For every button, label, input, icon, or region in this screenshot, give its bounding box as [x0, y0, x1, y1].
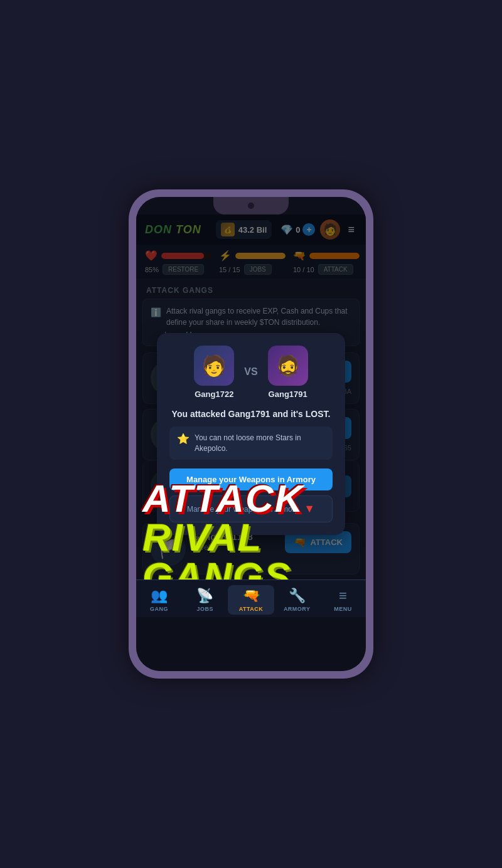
armory-nav-label: ARMORY — [284, 606, 311, 612]
star-text: You can not loose more Stars in Akepolco… — [195, 433, 325, 454]
gang-nav-icon: 👥 — [151, 588, 168, 604]
star-icon: ⭐ — [177, 433, 190, 445]
jobs-nav-icon: 📡 — [196, 588, 213, 604]
battle-avatar-1: 🧑 — [194, 346, 234, 386]
modal-secondary-button[interactable]: Manage your Weapons in Armory. ▼ — [169, 495, 333, 522]
gang-nav-label: GANG — [150, 606, 168, 612]
attack-nav-icon: 🔫 — [243, 588, 260, 604]
vs-text: VS — [244, 366, 257, 378]
phone-frame: DON TON 💰 43.2 Bil 💎 0 + 🧑 ≡ ❤️ — [129, 189, 373, 679]
nav-attack[interactable]: 🔫 ATTACK — [228, 585, 274, 615]
attack-nav-label: ATTACK — [239, 606, 264, 612]
battle-gang-name-1: Gang1722 — [195, 389, 233, 399]
battle-avatar-2: 🧔 — [268, 346, 308, 386]
star-notice: ⭐ You can not loose more Stars in Akepol… — [169, 426, 333, 460]
battle-result: You attacked Gang1791 and it's LOST. — [169, 409, 333, 419]
armory-nav-icon: 🔧 — [289, 588, 306, 604]
bottom-nav: 👥 GANG 📡 JOBS 🔫 ATTACK 🔧 ARMORY ≡ MENU — [136, 580, 366, 617]
nav-jobs[interactable]: 📡 JOBS — [182, 585, 228, 615]
battle-modal: 🧑 Gang1722 VS 🧔 Gang1791 You attacked Ga… — [157, 333, 345, 536]
battle-gang-name-2: Gang1791 — [269, 389, 307, 399]
jobs-nav-label: JOBS — [197, 606, 214, 612]
nav-gang[interactable]: 👥 GANG — [136, 585, 182, 615]
battle-gang-2: 🧔 Gang1791 — [268, 346, 308, 399]
nav-armory[interactable]: 🔧 ARMORY — [274, 585, 320, 615]
modal-primary-button[interactable]: Manage your Weapons in Armory — [169, 468, 333, 490]
down-arrow-icon: ▼ — [304, 502, 315, 516]
nav-menu[interactable]: ≡ MENU — [320, 585, 366, 615]
battle-gang-1: 🧑 Gang1722 — [194, 346, 234, 399]
menu-nav-icon: ≡ — [339, 588, 347, 604]
phone-screen: DON TON 💰 43.2 Bil 💎 0 + 🧑 ≡ ❤️ — [136, 197, 366, 671]
menu-nav-label: MENU — [334, 606, 352, 612]
battle-header: 🧑 Gang1722 VS 🧔 Gang1791 — [169, 346, 333, 399]
